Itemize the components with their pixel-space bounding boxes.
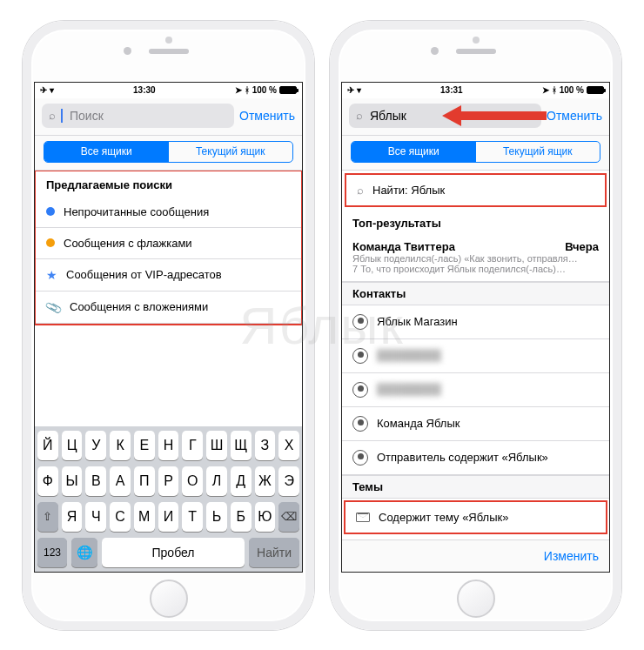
key-letter[interactable]: Х bbox=[278, 431, 299, 460]
battery-pct: 100 % bbox=[560, 85, 584, 95]
key-letter[interactable]: Ц bbox=[62, 431, 83, 460]
key-letter[interactable]: О bbox=[182, 466, 203, 496]
key-letter[interactable]: Т bbox=[182, 502, 203, 532]
key-letter[interactable]: Ю bbox=[255, 502, 276, 532]
contact-row[interactable]: ████████ bbox=[342, 373, 609, 407]
footer-bar: Изменить bbox=[342, 539, 609, 572]
search-icon: ⌕ bbox=[357, 184, 364, 197]
suggestion-row[interactable]: 📎Сообщения с вложениями bbox=[36, 291, 301, 324]
key-letter[interactable]: У bbox=[85, 431, 106, 460]
key-shift[interactable]: ⇧ bbox=[37, 502, 58, 532]
home-button[interactable] bbox=[150, 580, 188, 618]
paperclip-icon: 📎 bbox=[44, 298, 63, 316]
search-icon: ⌕ bbox=[356, 109, 363, 122]
key-letter[interactable]: Е bbox=[134, 431, 155, 460]
key-letter[interactable]: А bbox=[110, 466, 131, 496]
tab-all-mailboxes[interactable]: Все ящики bbox=[352, 142, 476, 162]
key-letter[interactable]: Й bbox=[37, 431, 58, 460]
phone-right: ✈︎ ▾ 13:31 ➤ ᚼ 100 % ⌕ Отменить Все я bbox=[330, 21, 621, 630]
key-letter[interactable]: М bbox=[134, 502, 155, 532]
screen-right: ✈︎ ▾ 13:31 ➤ ᚼ 100 % ⌕ Отменить Все я bbox=[341, 82, 610, 573]
search-bar: ⌕ Отменить bbox=[35, 98, 302, 136]
key-letter[interactable]: Э bbox=[278, 466, 299, 496]
key-backspace[interactable]: ⌫ bbox=[278, 502, 299, 532]
key-letter[interactable]: П bbox=[134, 466, 155, 496]
key-letter[interactable]: Н bbox=[158, 431, 179, 460]
segmented-control: Все ящики Текущий ящик bbox=[35, 136, 302, 171]
key-letter[interactable]: С bbox=[110, 502, 131, 532]
tab-current-mailbox[interactable]: Текущий ящик bbox=[169, 142, 293, 162]
key-letter[interactable]: В bbox=[85, 466, 106, 496]
find-label: Найти: Яблык bbox=[372, 184, 594, 197]
key-letter[interactable]: Я bbox=[62, 502, 83, 532]
battery-pct: 100 % bbox=[252, 85, 277, 95]
key-letter[interactable]: З bbox=[255, 431, 276, 460]
key-letter[interactable]: Б bbox=[231, 502, 252, 532]
home-button[interactable] bbox=[457, 580, 495, 618]
key-letter[interactable]: Ы bbox=[62, 466, 83, 496]
contact-label: Яблык Магазин bbox=[377, 315, 599, 328]
find-row[interactable]: ⌕ Найти: Яблык bbox=[345, 173, 607, 207]
key-letter[interactable]: Р bbox=[158, 466, 179, 496]
suggestion-label: Сообщения от VIP-адресатов bbox=[66, 268, 291, 281]
key-letter[interactable]: Ф bbox=[37, 466, 58, 496]
contact-row[interactable]: Яблык Магазин bbox=[342, 305, 609, 339]
cancel-button[interactable]: Отменить bbox=[239, 109, 295, 123]
segmented-control: Все ящики Текущий ящик bbox=[342, 136, 609, 171]
dot-icon bbox=[46, 207, 55, 216]
proximity-sensor bbox=[473, 37, 480, 44]
key-globe[interactable]: 🌐 bbox=[71, 538, 97, 567]
status-time: 13:30 bbox=[133, 85, 156, 95]
tab-current-mailbox[interactable]: Текущий ящик bbox=[476, 142, 600, 162]
key-letter[interactable]: И bbox=[158, 502, 179, 532]
top-result[interactable]: Команда Твиттера Вчера Яблык поделился(-… bbox=[342, 235, 609, 282]
cancel-button[interactable]: Отменить bbox=[547, 109, 602, 123]
suggestion-row[interactable]: Непрочитанные сообщения bbox=[36, 197, 301, 228]
content-area: Предлагаемые поиски Непрочитанные сообще… bbox=[35, 171, 302, 426]
bluetooth-icon: ᚼ bbox=[245, 85, 250, 95]
star-icon: ★ bbox=[46, 268, 57, 282]
wifi-icon: ▾ bbox=[50, 85, 54, 95]
key-letter[interactable]: Ш bbox=[206, 431, 227, 460]
key-letter[interactable]: Ь bbox=[206, 502, 227, 532]
top-result-title: Команда Твиттера bbox=[352, 240, 455, 253]
battery-icon bbox=[587, 86, 604, 94]
top-result-preview2: 7 То, что происходит Яблык поделился(-ла… bbox=[352, 264, 599, 274]
contact-row[interactable]: Отправитель содержит «Яблык» bbox=[342, 441, 609, 475]
search-input[interactable] bbox=[68, 108, 227, 124]
airplane-icon: ✈︎ bbox=[40, 85, 47, 95]
tab-all-mailboxes[interactable]: Все ящики bbox=[44, 142, 169, 162]
key-letter[interactable]: Ж bbox=[255, 466, 276, 496]
phone-left: ✈︎ ▾ 13:30 ➤ ᚼ 100 % ⌕ Отменить Все ящик… bbox=[23, 21, 314, 630]
key-letter[interactable]: Д bbox=[231, 466, 252, 496]
key-letter[interactable]: Г bbox=[182, 431, 203, 460]
suggestion-label: Сообщения с флажками bbox=[64, 237, 291, 250]
content-area: ⌕ Найти: Яблык Топ-результаты Команда Тв… bbox=[342, 171, 609, 539]
person-icon bbox=[352, 382, 368, 398]
text-caret bbox=[61, 109, 63, 123]
contact-row[interactable]: ████████ bbox=[342, 339, 609, 373]
person-icon bbox=[352, 416, 368, 432]
key-find[interactable]: Найти bbox=[249, 538, 299, 567]
key-letter[interactable]: Л bbox=[206, 466, 227, 496]
key-123[interactable]: 123 bbox=[37, 538, 67, 567]
earpiece bbox=[149, 49, 189, 54]
key-letter[interactable]: Щ bbox=[231, 431, 252, 460]
key-space[interactable]: Пробел bbox=[102, 538, 245, 567]
screen-left: ✈︎ ▾ 13:30 ➤ ᚼ 100 % ⌕ Отменить Все ящик… bbox=[34, 82, 303, 573]
suggestion-label: Сообщения с вложениями bbox=[70, 300, 291, 313]
key-letter[interactable]: Ч bbox=[85, 502, 106, 532]
contact-row[interactable]: Команда Яблык bbox=[342, 407, 609, 441]
earpiece bbox=[456, 49, 496, 54]
bluetooth-icon: ᚼ bbox=[552, 85, 557, 95]
search-field[interactable]: ⌕ bbox=[42, 104, 234, 128]
suggestion-row[interactable]: ★Сообщения от VIP-адресатов bbox=[36, 259, 301, 291]
airplane-icon: ✈︎ bbox=[347, 85, 354, 95]
topic-row[interactable]: яблык ком bbox=[342, 536, 609, 539]
edit-button[interactable]: Изменить bbox=[544, 549, 599, 563]
annotation-arrow bbox=[442, 103, 547, 129]
key-letter[interactable]: К bbox=[110, 431, 131, 460]
topic-row[interactable]: Содержит тему «Яблык» bbox=[344, 500, 607, 534]
suggestion-row[interactable]: Сообщения с флажками bbox=[36, 228, 301, 259]
status-bar: ✈︎ ▾ 13:30 ➤ ᚼ 100 % bbox=[35, 83, 302, 98]
